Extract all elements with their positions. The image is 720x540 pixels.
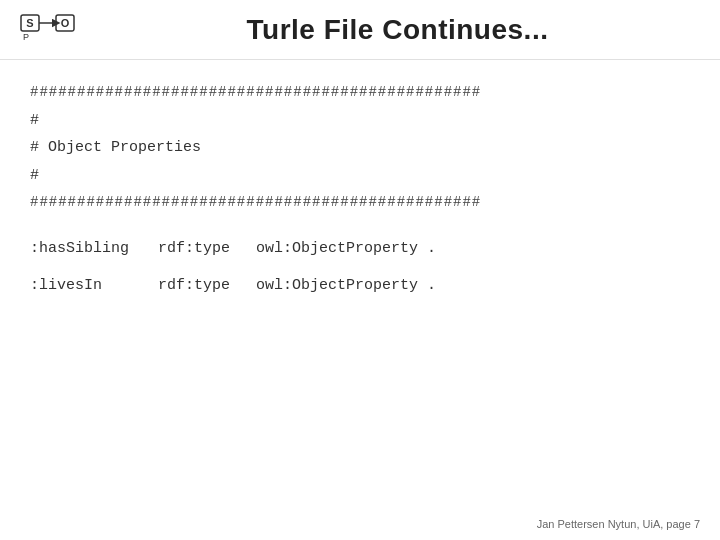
rdf-section: :hasSibling rdf:type owl:ObjectProperty … bbox=[30, 236, 690, 299]
hash-line-bottom: ########################################… bbox=[30, 190, 690, 216]
logo-area: S P O bbox=[20, 10, 75, 50]
svg-text:O: O bbox=[61, 17, 70, 29]
rdf-predicate-2: rdf:type bbox=[158, 273, 248, 299]
logo-icon: S P O bbox=[20, 10, 75, 50]
footer-text: Jan Pettersen Nytun, UiA, page 7 bbox=[537, 518, 700, 530]
comment-hash1: # bbox=[30, 108, 690, 134]
rdf-subject-2: :livesIn bbox=[30, 273, 150, 299]
rdf-object-1: owl:ObjectProperty . bbox=[256, 236, 436, 262]
rdf-line-1: :hasSibling rdf:type owl:ObjectProperty … bbox=[30, 236, 690, 262]
comment-hash2: # bbox=[30, 163, 690, 189]
rdf-subject-1: :hasSibling bbox=[30, 236, 150, 262]
svg-text:S: S bbox=[26, 17, 33, 29]
page-title: Turle File Continues... bbox=[95, 14, 700, 46]
main-content: ########################################… bbox=[0, 60, 720, 331]
footer: Jan Pettersen Nytun, UiA, page 7 bbox=[537, 518, 700, 530]
svg-text:P: P bbox=[23, 32, 29, 42]
rdf-predicate-1: rdf:type bbox=[158, 236, 248, 262]
hash-line-top: ########################################… bbox=[30, 80, 690, 106]
header: S P O Turle File Continues... bbox=[0, 0, 720, 60]
rdf-object-2: owl:ObjectProperty . bbox=[256, 273, 436, 299]
rdf-line-2: :livesIn rdf:type owl:ObjectProperty . bbox=[30, 273, 690, 299]
comment-heading: # Object Properties bbox=[30, 135, 690, 161]
